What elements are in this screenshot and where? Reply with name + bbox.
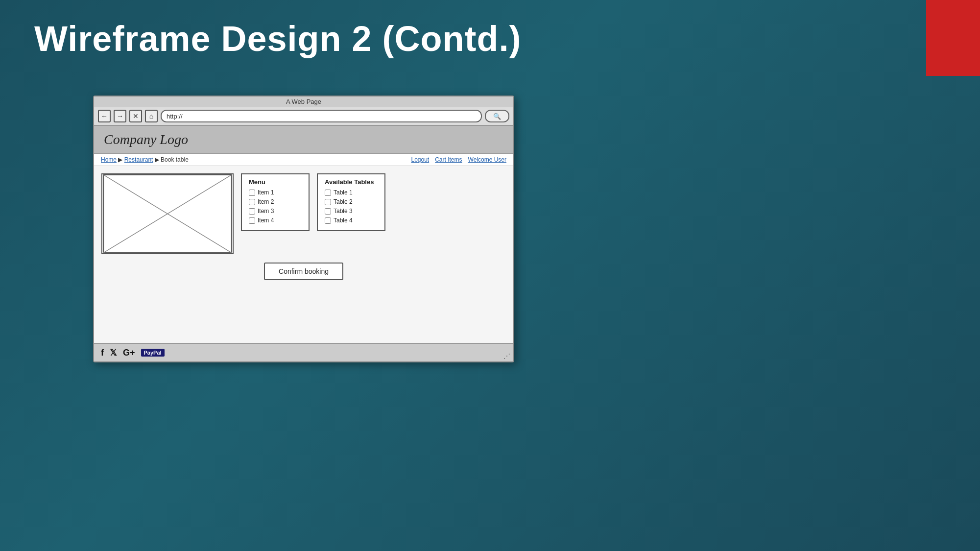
paypal-badge[interactable]: PayPal — [141, 349, 165, 357]
url-bar[interactable] — [161, 110, 482, 122]
googleplus-icon[interactable]: G+ — [123, 348, 135, 358]
confirm-row: Confirm booking — [101, 260, 506, 283]
breadcrumb-home[interactable]: Home — [101, 156, 117, 163]
facebook-icon[interactable]: f — [101, 348, 104, 358]
browser-title-text: A Web Page — [286, 98, 321, 105]
image-placeholder — [101, 173, 234, 254]
home-button[interactable]: ⌂ — [145, 110, 158, 122]
content-row: Menu Item 1 Item 2 Item 3 Item 4 — [101, 173, 506, 254]
browser-window: A Web Page ← → ✕ ⌂ 🔍 Company Logo Home ▶… — [93, 96, 514, 362]
nav-links: Logout Cart Items Welcome User — [411, 156, 506, 163]
browser-title-bar: A Web Page — [94, 96, 513, 107]
table-4-label: Table 4 — [334, 217, 353, 224]
menu-item-1-label: Item 1 — [258, 189, 274, 196]
browser-toolbar: ← → ✕ ⌂ 🔍 — [94, 107, 513, 126]
browser-footer: f 𝕏 G+ PayPal ⋰ — [94, 343, 513, 361]
table-1-label: Table 1 — [334, 189, 353, 196]
browser-content: Menu Item 1 Item 2 Item 3 Item 4 — [94, 166, 513, 343]
menu-item-4-checkbox[interactable] — [249, 217, 255, 224]
menu-item-3-label: Item 3 — [258, 208, 274, 215]
menu-box: Menu Item 1 Item 2 Item 3 Item 4 — [241, 173, 310, 231]
breadcrumb-restaurant[interactable]: Restaurant — [124, 156, 153, 163]
menu-item-2-label: Item 2 — [258, 198, 274, 205]
menu-item-4-label: Item 4 — [258, 217, 274, 224]
breadcrumb-sep1: ▶ — [118, 156, 124, 163]
menu-item-4: Item 4 — [249, 217, 302, 224]
menu-item-1: Item 1 — [249, 189, 302, 196]
forward-button[interactable]: → — [114, 110, 126, 122]
search-icon: 🔍 — [493, 113, 501, 120]
table-2-label: Table 2 — [334, 198, 353, 205]
table-item-3: Table 3 — [325, 208, 378, 215]
slide-title: Wireframe Design 2 (Contd.) — [34, 19, 521, 59]
table-3-label: Table 3 — [334, 208, 353, 215]
breadcrumb-current: Book table — [161, 156, 189, 163]
menu-item-3-checkbox[interactable] — [249, 208, 255, 215]
table-3-checkbox[interactable] — [325, 208, 331, 215]
stop-button[interactable]: ✕ — [129, 110, 142, 122]
breadcrumb-sep2: ▶ — [155, 156, 161, 163]
company-logo: Company Logo — [104, 132, 188, 147]
menu-item-3: Item 3 — [249, 208, 302, 215]
back-button[interactable]: ← — [98, 110, 111, 122]
available-tables-title: Available Tables — [325, 178, 378, 186]
table-item-1: Table 1 — [325, 189, 378, 196]
table-item-2: Table 2 — [325, 198, 378, 205]
available-tables-box: Available Tables Table 1 Table 2 Table 3… — [317, 173, 385, 231]
menu-item-2: Item 2 — [249, 198, 302, 205]
table-2-checkbox[interactable] — [325, 199, 331, 205]
welcome-user-link[interactable]: Welcome User — [468, 156, 506, 163]
table-4-checkbox[interactable] — [325, 217, 331, 224]
breadcrumb: Home ▶ Restaurant ▶ Book table — [101, 156, 189, 163]
search-button[interactable]: 🔍 — [485, 110, 509, 122]
confirm-booking-button[interactable]: Confirm booking — [264, 263, 343, 280]
menu-item-2-checkbox[interactable] — [249, 199, 255, 205]
cart-items-link[interactable]: Cart Items — [435, 156, 462, 163]
red-accent-rectangle — [926, 0, 980, 76]
table-item-4: Table 4 — [325, 217, 378, 224]
menu-item-1-checkbox[interactable] — [249, 190, 255, 196]
table-1-checkbox[interactable] — [325, 190, 331, 196]
browser-header: Company Logo — [94, 126, 513, 154]
twitter-icon[interactable]: 𝕏 — [110, 347, 117, 358]
logout-link[interactable]: Logout — [411, 156, 429, 163]
menu-title: Menu — [249, 178, 302, 186]
resize-handle: ⋰ — [503, 353, 510, 359]
browser-nav-bar: Home ▶ Restaurant ▶ Book table Logout Ca… — [94, 154, 513, 166]
